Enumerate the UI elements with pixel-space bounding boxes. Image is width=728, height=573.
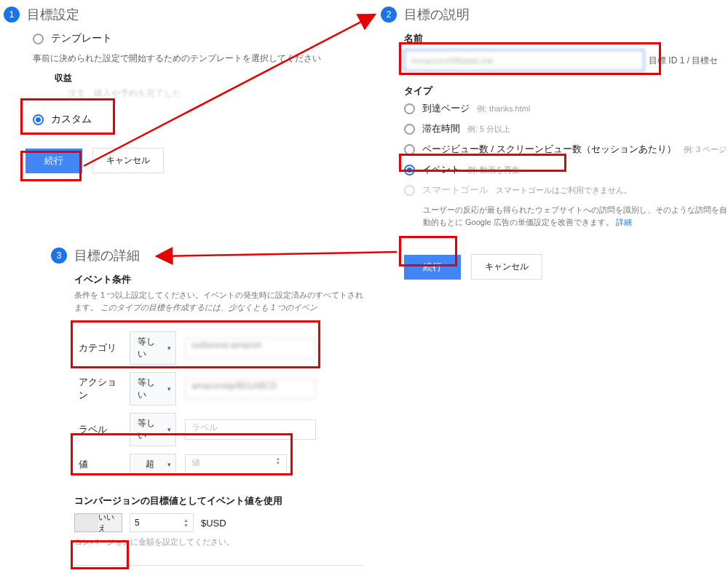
step3-header: 3 目標の詳細 <box>51 247 364 264</box>
cond-row-category: カテゴリ 等しい outbound-amazon <box>74 328 320 368</box>
type-duration[interactable]: 滞在時間 例: 5 分以上 <box>404 122 728 135</box>
conversion-help: コンバージョンに金額を設定してください。 <box>74 537 364 548</box>
smart-goal-desc: ユーザーの反応が最も得られたウェブサイトへの訪問を識別し、そのような訪問を自動的… <box>423 204 728 228</box>
type-smart-label: スマートゴール <box>422 183 488 197</box>
type-destination-label: 到達ページ <box>422 102 470 115</box>
type-label: タイプ <box>404 84 728 98</box>
cond-label-label: ラベル <box>74 409 125 450</box>
type-pages-label: ページビュー数 / スクリーンビュー数（セッションあたり） <box>422 143 676 156</box>
type-event-label: イベント <box>422 163 460 176</box>
type-destination-eg: 例: thanks.html <box>477 103 530 114</box>
toggle-yes-seg[interactable] <box>75 514 98 531</box>
radio-template-label: テンプレート <box>51 32 112 45</box>
conditions-table: カテゴリ 等しい outbound-amazon アクション 等しい amazo… <box>74 328 320 478</box>
radio-icon <box>404 103 415 114</box>
step2-continue-button[interactable]: 続行 <box>404 255 461 280</box>
goal-id-note: 目標 ID 1 / 目標セ <box>649 55 718 67</box>
cond-row-action: アクション 等しい amazon/dp/B01ABCD <box>74 368 320 409</box>
radio-custom-label: カスタム <box>51 113 92 126</box>
type-pages[interactable]: ページビュー数 / スクリーンビュー数（セッションあたり） 例: 3 ページ <box>404 143 728 156</box>
event-conditions-desc: 条件を 1 つ以上設定してください。イベントの発生時に設定済みのすべてトされます… <box>74 289 364 313</box>
name-input[interactable] <box>404 50 644 71</box>
type-event-eg: 例: 動画を再生 <box>467 165 520 175</box>
toggle-no-seg[interactable]: いいえ <box>98 514 122 531</box>
step2-cancel-button[interactable]: キャンセル <box>471 254 542 280</box>
cond-value-label: 値 <box>74 450 125 478</box>
cond-row-value: 値 超 値▲▼ <box>74 450 320 478</box>
stepper-icon[interactable]: ▲▼ <box>276 457 280 465</box>
currency-label: $USD <box>201 518 226 529</box>
type-duration-label: 滞在時間 <box>422 122 460 135</box>
cond-label-op[interactable]: 等しい <box>130 413 176 446</box>
type-smart: スマートゴール スマートゴールはご利用できません。 <box>404 183 728 197</box>
radio-icon <box>33 33 44 44</box>
cond-category-op[interactable]: 等しい <box>130 331 176 365</box>
step1-continue-button[interactable]: 続行 <box>25 149 82 173</box>
stepper-icon[interactable]: ▲▼ <box>183 518 189 528</box>
radio-icon <box>404 124 415 135</box>
cond-row-label: ラベル 等しい ラベル <box>74 409 320 450</box>
radio-icon-disabled <box>404 185 415 196</box>
step2-title: 目標の説明 <box>404 6 470 23</box>
radio-icon-selected <box>33 114 44 125</box>
name-label: 名前 <box>404 32 728 45</box>
step3-badge: 3 <box>51 248 67 264</box>
type-duration-eg: 例: 5 分以上 <box>467 124 510 135</box>
cond-category-label: カテゴリ <box>74 328 125 368</box>
use-event-value-toggle[interactable]: いいえ <box>74 513 122 532</box>
cond-category-value[interactable]: outbound-amazon <box>185 338 316 358</box>
cond-value-op[interactable]: 超 <box>130 454 176 475</box>
type-pages-eg: 例: 3 ページ <box>684 144 727 155</box>
divider <box>74 565 364 566</box>
cond-action-op[interactable]: 等しい <box>130 372 176 406</box>
radio-custom[interactable]: カスタム <box>33 113 371 126</box>
step1-panel: 1 目標設定 テンプレート 事前に決められた設定で開始するためのテンプレートを選… <box>4 6 371 173</box>
type-event[interactable]: イベント 例: 動画を再生 <box>404 163 728 176</box>
step1-title: 目標設定 <box>27 6 79 23</box>
step3-title: 目標の詳細 <box>74 247 140 264</box>
template-helptext: 事前に決められた設定で開始するためのテンプレートを選択してください <box>33 52 371 65</box>
type-destination[interactable]: 到達ページ 例: thanks.html <box>404 102 728 115</box>
step1-header: 1 目標設定 <box>4 6 371 23</box>
cond-label-value[interactable]: ラベル <box>185 419 316 440</box>
step1-badge: 1 <box>4 7 20 23</box>
cond-action-label: アクション <box>74 368 125 409</box>
radio-icon-selected <box>404 165 415 175</box>
type-smart-eg: スマートゴールはご利用できません。 <box>496 185 632 196</box>
smart-goal-detail-link[interactable]: 詳細 <box>616 218 632 226</box>
conversion-value-title: コンバージョンの目標値としてイベント値を使用 <box>74 494 364 507</box>
step2-header: 2 目標の説明 <box>381 6 728 23</box>
cond-action-value[interactable]: amazon/dp/B01ABCD <box>185 379 316 399</box>
revenue-heading: 収益 <box>55 72 371 84</box>
event-conditions-heading: イベント条件 <box>74 273 364 286</box>
radio-icon <box>404 144 415 155</box>
step2-panel: 2 目標の説明 名前 目標 ID 1 / 目標セ タイプ 到達ページ 例: th… <box>381 6 728 280</box>
cond-value-value[interactable]: 値▲▼ <box>185 454 287 475</box>
conversion-value-input[interactable]: 5 ▲▼ <box>130 513 194 532</box>
faded-order-row: 注文 購入や予約を完了した <box>68 87 371 100</box>
step1-cancel-button[interactable]: キャンセル <box>92 148 164 173</box>
step3-panel: 3 目標の詳細 イベント条件 条件を 1 つ以上設定してください。イベントの発生… <box>51 247 364 573</box>
step2-badge: 2 <box>381 7 397 23</box>
radio-template[interactable]: テンプレート <box>33 32 371 45</box>
